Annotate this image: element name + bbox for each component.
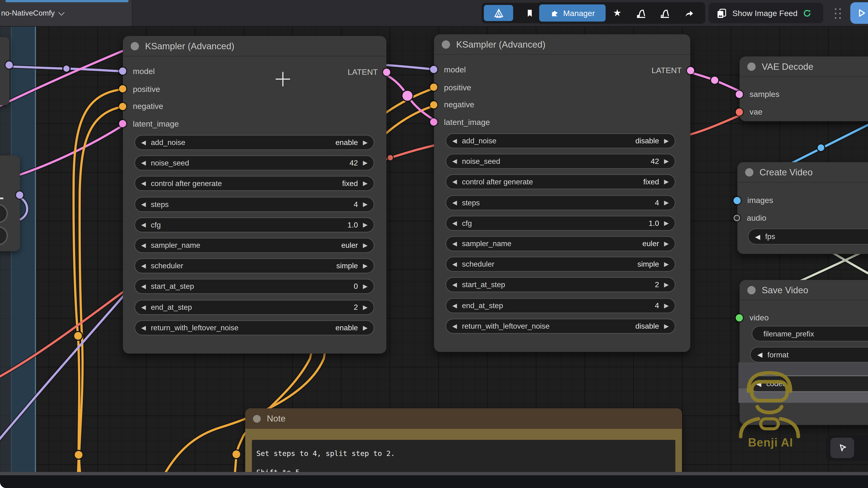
widget-row[interactable]: ◀ control after generate fixed ▶: [134, 176, 374, 191]
arrow-left-icon[interactable]: ◀: [452, 220, 457, 226]
output-port[interactable]: [5, 62, 13, 69]
widget-value[interactable]: euler: [643, 239, 659, 248]
arrow-right-icon[interactable]: ▶: [363, 283, 368, 290]
arrow-left-icon[interactable]: ◀: [452, 158, 457, 165]
node-header[interactable]: KSampler (Advanced): [123, 36, 386, 57]
collapse-dot-icon[interactable]: [745, 168, 753, 176]
arrow-left-icon[interactable]: ◀: [452, 282, 457, 288]
arrow-left-icon[interactable]: ◀: [755, 233, 760, 240]
widget-value[interactable]: fixed: [342, 180, 358, 188]
input-row[interactable]: samples: [736, 85, 779, 103]
arrow-right-icon[interactable]: ▶: [363, 160, 368, 166]
node-ksampler-advanced-2[interactable]: KSampler (Advanced) model positive: [434, 34, 690, 352]
widget-row[interactable]: ◀ end_at_step 2 ▶: [134, 300, 374, 315]
widget-row[interactable]: ◀ steps 4 ▶: [134, 197, 374, 212]
widget-row[interactable]: ◀ noise_seed 42 ▶: [445, 154, 675, 169]
input-port[interactable]: [736, 108, 743, 116]
node-note[interactable]: Note Set steps to 4, split step to 2. Sh…: [245, 408, 682, 472]
input-row[interactable]: positive: [119, 80, 179, 98]
widget-value[interactable]: simple: [336, 262, 358, 270]
arrow-left-icon[interactable]: ◀: [141, 263, 146, 269]
widget-value[interactable]: 42: [349, 159, 358, 167]
widget-value[interactable]: 1.0: [347, 221, 358, 229]
share-button[interactable]: [677, 4, 701, 22]
workflow-logo-button[interactable]: [484, 5, 513, 21]
widget-row[interactable]: ◀ add_noise enable ▶: [134, 135, 374, 150]
input-row[interactable]: images: [734, 191, 773, 209]
input-port[interactable]: [119, 103, 126, 110]
drag-handle-icon[interactable]: [835, 8, 841, 19]
widget-row[interactable]: ◀ scheduler simple ▶: [445, 257, 675, 271]
arrow-left-icon[interactable]: ◀: [141, 201, 146, 207]
filename-prefix-widget[interactable]: filename_prefix: [752, 326, 868, 341]
input-port[interactable]: [736, 314, 743, 321]
widget-value[interactable]: enable: [335, 138, 358, 147]
widget-row[interactable]: ◀ sampler_name euler ▶: [134, 238, 374, 253]
collapse-dot-icon[interactable]: [253, 415, 261, 422]
arrow-left-icon[interactable]: ◀: [452, 179, 457, 185]
widget-value[interactable]: 4: [655, 198, 659, 207]
pan-tool-button[interactable]: [859, 437, 868, 458]
widget-row[interactable]: ◀ sampler_name euler ▶: [445, 236, 675, 251]
input-port[interactable]: [430, 101, 437, 108]
output-port[interactable]: [383, 68, 390, 76]
node-create-video[interactable]: Create Video images audio ◀ fps: [737, 162, 868, 254]
arrow-left-icon[interactable]: ◀: [141, 222, 146, 228]
arrow-left-icon[interactable]: ◀: [452, 302, 457, 308]
arrow-right-icon[interactable]: ▶: [664, 282, 669, 288]
arrow-left-icon[interactable]: ◀: [452, 323, 457, 329]
widget-value[interactable]: 2: [655, 281, 659, 289]
input-port[interactable]: [430, 84, 437, 91]
input-port[interactable]: [734, 197, 741, 204]
clean-workflow-button[interactable]: [629, 4, 653, 22]
input-row[interactable]: audio: [734, 209, 773, 227]
input-port[interactable]: [430, 119, 437, 126]
widget-value[interactable]: 42: [651, 157, 659, 165]
arrow-right-icon[interactable]: ▶: [363, 181, 368, 187]
arrow-right-icon[interactable]: ▶: [363, 304, 368, 310]
partial-node-mid-left[interactable]: [0, 155, 20, 251]
run-button[interactable]: R: [850, 2, 868, 24]
arrow-left-icon[interactable]: ◀: [452, 199, 457, 205]
input-port[interactable]: [119, 85, 126, 93]
widget-value[interactable]: 1.0: [649, 219, 659, 227]
arrow-left-icon[interactable]: ◀: [141, 283, 146, 290]
arrow-left-icon[interactable]: ◀: [452, 241, 457, 247]
input-row[interactable]: positive: [430, 78, 490, 96]
arrow-left-icon[interactable]: ◀: [757, 351, 763, 359]
arrow-right-icon[interactable]: ▶: [664, 158, 669, 165]
knob-widget[interactable]: [0, 204, 8, 223]
partial-node-top-left[interactable]: [0, 37, 9, 105]
arrow-left-icon[interactable]: ◀: [141, 304, 146, 310]
node-header[interactable]: Note: [245, 408, 682, 429]
output-latent[interactable]: LATENT: [651, 66, 694, 75]
widget-value[interactable]: simple: [638, 260, 659, 268]
manager-button[interactable]: Manager: [539, 4, 606, 22]
input-row[interactable]: latent_image: [119, 115, 179, 132]
format-widget[interactable]: ◀ format: [750, 347, 868, 363]
widget-value[interactable]: 4: [354, 200, 358, 208]
input-row[interactable]: negative: [119, 98, 179, 115]
arrow-left-icon[interactable]: ◀: [141, 139, 146, 145]
node-header[interactable]: KSampler (Advanced): [434, 34, 690, 55]
widget-row[interactable]: ◀ start_at_step 2 ▶: [445, 278, 675, 292]
arrow-right-icon[interactable]: ▶: [363, 139, 368, 145]
widget-value[interactable]: disable: [636, 322, 659, 330]
arrow-left-icon[interactable]: ◀: [141, 325, 146, 331]
arrow-right-icon[interactable]: ▶: [363, 325, 368, 331]
widget-row[interactable]: ◀ steps 4 ▶: [445, 195, 675, 210]
input-port[interactable]: [736, 91, 743, 98]
widget-value[interactable]: disable: [636, 137, 659, 145]
collapse-dot-icon[interactable]: [131, 42, 139, 50]
widget-row[interactable]: ◀ return_with_leftover_noise disable ▶: [445, 319, 675, 333]
widget-row[interactable]: ◀ cfg 1.0 ▶: [134, 217, 374, 232]
arrow-left-icon[interactable]: ◀: [141, 181, 146, 187]
arrow-right-icon[interactable]: ▶: [664, 241, 669, 247]
node-graph-canvas[interactable]: KSampler (Advanced) model positive: [0, 26, 868, 472]
input-row[interactable]: latent_image: [430, 113, 490, 131]
widget-row[interactable]: ◀ start_at_step 0 ▶: [134, 279, 374, 294]
widget-row[interactable]: ◀ noise_seed 42 ▶: [134, 156, 374, 170]
input-row[interactable]: negative: [430, 96, 490, 113]
select-tool-button[interactable]: [830, 437, 854, 458]
arrow-right-icon[interactable]: ▶: [363, 222, 368, 228]
